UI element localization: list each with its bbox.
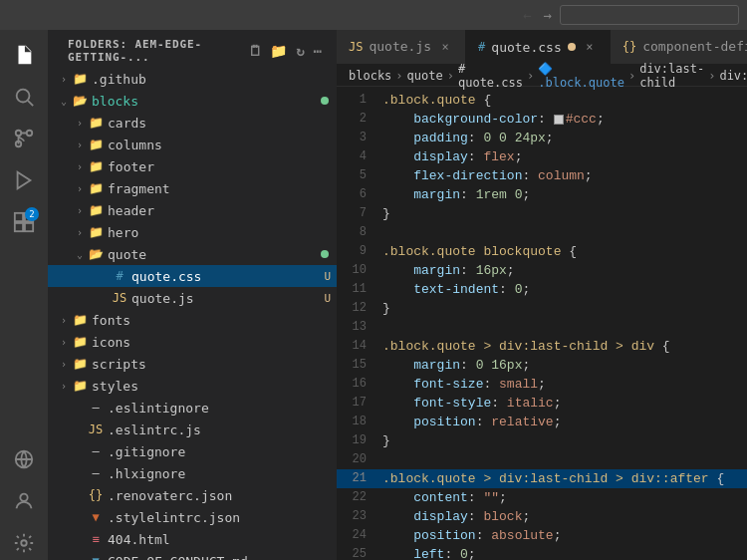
line-num-24: 24 bbox=[345, 526, 382, 545]
folder-icon-quote: 📂 bbox=[88, 247, 104, 261]
code-editor[interactable]: 1 .block.quote { 2 background-color: #cc… bbox=[337, 87, 747, 560]
code-line-20: 20 bbox=[337, 450, 747, 469]
line-content-16: font-size: small; bbox=[382, 375, 739, 394]
debug-activity-icon[interactable] bbox=[7, 163, 41, 197]
tab-compdef-json[interactable]: {} component-definition.json × bbox=[611, 30, 747, 64]
breadcrumb-blockquote[interactable]: 🔷 .block.quote bbox=[538, 62, 624, 90]
line-num-19: 19 bbox=[345, 431, 382, 450]
arrow-blocks: ⌄ bbox=[56, 96, 72, 107]
arrow-fragment: › bbox=[72, 183, 88, 194]
line-content-8 bbox=[382, 223, 739, 242]
label-stylelintrc: .stylelintrc.json bbox=[108, 510, 337, 525]
breadcrumb-sep2: › bbox=[447, 69, 454, 83]
tree-item-icons[interactable]: › 📁 icons bbox=[48, 331, 337, 353]
tree-item-quote-css[interactable]: › # quote.css U bbox=[48, 265, 337, 287]
label-fragment: fragment bbox=[108, 181, 337, 196]
tab-quote-css[interactable]: # quote.css × bbox=[466, 30, 611, 64]
line-content-24: position: absolute; bbox=[382, 526, 739, 545]
extensions-activity-icon[interactable]: 2 bbox=[7, 205, 41, 239]
label-styles: styles bbox=[92, 379, 337, 394]
tree-item-quote-js[interactable]: › JS quote.js U bbox=[48, 287, 337, 309]
line-num-2: 2 bbox=[345, 110, 382, 129]
code-line-25: 25 left: 0; bbox=[337, 545, 747, 560]
arrow-scripts: › bbox=[56, 359, 72, 370]
sidebar-title: FOLDERS: AEM-EDGE-GETTING-... bbox=[68, 38, 246, 64]
breadcrumb-divlastchild[interactable]: div:last-child bbox=[639, 62, 704, 90]
tree-item-gitignore[interactable]: › — .gitignore bbox=[48, 440, 337, 462]
code-line-7: 7 } bbox=[337, 204, 747, 223]
forward-arrow[interactable]: → bbox=[540, 5, 556, 25]
tree-item-stylelintrc[interactable]: › ▼ .stylelintrc.json bbox=[48, 506, 337, 528]
tab-css-icon: # bbox=[478, 40, 485, 54]
tab-js-icon: JS bbox=[349, 40, 363, 54]
arrow-columns: › bbox=[72, 140, 88, 150]
more-actions-icon[interactable]: ⋯ bbox=[312, 41, 325, 61]
tree-item-cards[interactable]: › 📁 cards bbox=[48, 112, 337, 134]
tree-item-404[interactable]: › ≡ 404.html bbox=[48, 528, 337, 550]
tree-item-eslintignore[interactable]: › — .eslintignore bbox=[48, 397, 337, 419]
label-scripts: scripts bbox=[92, 357, 337, 372]
tree-item-renovaterc[interactable]: › {} .renovaterc.json bbox=[48, 484, 337, 506]
tree-item-hlxignore[interactable]: › — .hlxignore bbox=[48, 462, 337, 484]
blocks-modified-indicator bbox=[321, 97, 329, 105]
label-404: 404.html bbox=[108, 532, 337, 547]
extensions-badge: 2 bbox=[25, 207, 39, 221]
breadcrumb-quote[interactable]: quote bbox=[407, 69, 443, 83]
code-line-3: 3 padding: 0 0 24px; bbox=[337, 129, 747, 147]
tree-item-quote[interactable]: ⌄ 📂 quote bbox=[48, 243, 337, 265]
code-line-19: 19 } bbox=[337, 431, 747, 450]
tree-item-scripts[interactable]: › 📁 scripts bbox=[48, 353, 337, 375]
back-arrow[interactable]: ← bbox=[519, 5, 535, 25]
line-content-19: } bbox=[382, 431, 739, 450]
new-file-icon[interactable]: 🗒 bbox=[246, 41, 265, 61]
line-content-3: padding: 0 0 24px; bbox=[382, 129, 739, 147]
settings-activity-icon[interactable] bbox=[7, 526, 41, 560]
sidebar-header-actions: 🗒 📁 ↻ ⋯ bbox=[246, 41, 325, 61]
breadcrumb-sep1: › bbox=[395, 69, 402, 83]
tree-item-blocks[interactable]: ⌄ 📂 blocks bbox=[48, 90, 337, 112]
breadcrumb-quotecss[interactable]: # quote.css bbox=[458, 62, 523, 90]
code-line-10: 10 margin: 16px; bbox=[337, 261, 747, 280]
tab-quote-css-close[interactable]: × bbox=[582, 39, 598, 55]
line-content-20 bbox=[382, 450, 739, 469]
main-layout: 2 FOLDERS: AEM-EDGE-GETTING-... 🗒 📁 ↻ ⋯ bbox=[0, 30, 747, 560]
file-tree: › 📁 .github ⌄ 📂 blocks › 📁 cards › 📁 bbox=[48, 68, 337, 560]
arrow-github: › bbox=[56, 74, 72, 85]
label-cards: cards bbox=[108, 116, 337, 131]
tree-item-fonts[interactable]: › 📁 fonts bbox=[48, 309, 337, 331]
line-content-5: flex-direction: column; bbox=[382, 166, 739, 185]
tree-item-eslintrc[interactable]: › JS .eslintrc.js bbox=[48, 419, 337, 440]
svg-rect-9 bbox=[25, 223, 33, 231]
tree-item-github[interactable]: › 📁 .github bbox=[48, 68, 337, 90]
search-activity-icon[interactable] bbox=[7, 80, 41, 114]
accounts-activity-icon[interactable] bbox=[7, 484, 41, 518]
line-num-25: 25 bbox=[345, 545, 382, 560]
tree-item-hero[interactable]: › 📁 hero bbox=[48, 221, 337, 243]
line-content-9: .block.quote blockquote { bbox=[382, 242, 739, 261]
tab-quote-js-close[interactable]: × bbox=[437, 39, 453, 55]
search-bar[interactable] bbox=[560, 5, 739, 25]
breadcrumb-blocks[interactable]: blocks bbox=[349, 69, 391, 83]
label-columns: columns bbox=[108, 138, 337, 152]
refresh-icon[interactable]: ↻ bbox=[294, 41, 307, 61]
tree-item-fragment[interactable]: › 📁 fragment bbox=[48, 177, 337, 199]
tree-item-coc[interactable]: › ▼ CODE_OF_CONDUCT.md bbox=[48, 550, 337, 560]
line-num-21: 21 bbox=[345, 469, 382, 488]
folder-icon-scripts: 📁 bbox=[72, 357, 88, 371]
tree-item-columns[interactable]: › 📁 columns bbox=[48, 134, 337, 155]
remote-activity-icon[interactable] bbox=[7, 442, 41, 476]
tab-quote-js[interactable]: JS quote.js × bbox=[337, 30, 466, 64]
editor-area: JS quote.js × # quote.css × {} component… bbox=[337, 30, 747, 560]
new-folder-icon[interactable]: 📁 bbox=[268, 41, 290, 61]
line-num-5: 5 bbox=[345, 166, 382, 185]
git-activity-icon[interactable] bbox=[7, 122, 41, 155]
tree-item-header[interactable]: › 📁 header bbox=[48, 199, 337, 221]
line-content-25: left: 0; bbox=[382, 545, 739, 560]
arrow-header: › bbox=[72, 205, 88, 216]
label-gitignore: .gitignore bbox=[108, 444, 337, 459]
code-line-1: 1 .block.quote { bbox=[337, 91, 747, 110]
tree-item-footer[interactable]: › 📁 footer bbox=[48, 155, 337, 177]
breadcrumb-divafter[interactable]: div::after bbox=[719, 69, 747, 83]
tree-item-styles[interactable]: › 📁 styles bbox=[48, 375, 337, 397]
explorer-activity-icon[interactable] bbox=[7, 38, 41, 72]
